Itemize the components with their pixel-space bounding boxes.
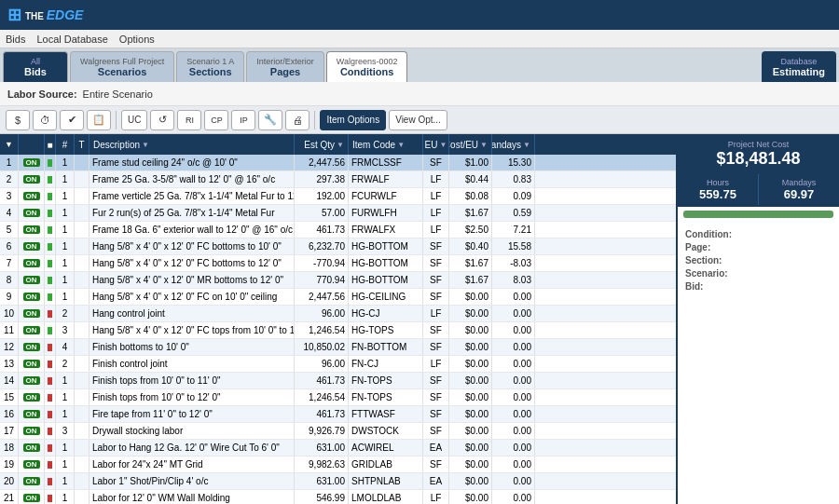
row-qty: 10,850.02 [295,339,349,355]
progress-bar [683,211,833,218]
row-status-indicator [45,255,56,271]
row-on-toggle[interactable]: ON [19,373,45,388]
row-on-toggle[interactable]: ON [19,339,45,355]
row-hash: 1 [56,389,75,405]
tab-scenarios[interactable]: Walgreens Full Project Scenarios [70,51,174,82]
menu-options[interactable]: Options [119,34,155,45]
table-row[interactable]: 4 ON 1 Fur 2 run(s) of 25 Ga. 7/8"x 1-1/… [0,205,676,222]
row-description: Hang 5/8" x 4' 0" x 12' 0" FC on 10' 0" … [89,289,295,305]
toolbar-print-btn[interactable]: 🖨 [285,110,309,130]
toolbar-refresh-btn[interactable]: ↺ [150,110,174,130]
row-on-toggle[interactable]: ON [19,306,45,321]
row-status-indicator [45,490,56,504]
table-row[interactable]: 7 ON 1 Hang 5/8" x 4' 0" x 12' 0" FC bot… [0,255,676,272]
tab-conditions[interactable]: Walgreens-0002 Conditions [326,51,408,82]
table-row[interactable]: 17 ON 3 Drywall stocking labor 9,926.79 … [0,423,676,440]
tab-sections[interactable]: Scenario 1 A Sections [176,51,244,82]
row-on-toggle[interactable]: ON [19,440,45,456]
row-on-toggle[interactable]: ON [19,356,45,372]
toolbar-check-btn[interactable]: ✔ [60,110,84,130]
table-row[interactable]: 12 ON 4 Finish bottoms to 10' 0" 10,850.… [0,339,676,356]
table-row[interactable]: 14 ON 1 Finish tops from 10' 0" to 11' 0… [0,373,676,389]
table-row[interactable]: 8 ON 1 Hang 5/8" x 4' 0" x 12' 0" MR bot… [0,272,676,289]
table-row[interactable]: 19 ON 1 Labor for 24"x 24" MT Grid 9,982… [0,456,676,473]
row-on-toggle[interactable]: ON [19,205,45,221]
toolbar-clipboard-btn[interactable]: 📋 [87,110,111,130]
tab-all-bids[interactable]: All Bids [3,51,68,82]
table-row[interactable]: 9 ON 1 Hang 5/8" x 4' 0" x 12' 0" FC on … [0,289,676,306]
tab-database[interactable]: Database Estimating [762,51,836,82]
table-row[interactable]: 13 ON 2 Finish control joint 96.00 FN-CJ… [0,356,676,373]
table-row[interactable]: 18 ON 1 Labor to Hang 12 Ga. 12' 0" Wire… [0,440,676,456]
toolbar-view-options-btn[interactable]: View Opt... [389,110,447,130]
row-cost: $0.00 [449,356,492,372]
table-row[interactable]: 10 ON 2 Hang control joint 96.00 HG-CJ L… [0,306,676,322]
toolbar-dollar-btn[interactable]: $ [6,110,30,130]
row-item-code: FN-CJ [349,356,423,372]
row-description: Labor for 12' 0" WM Wall Molding [89,490,295,504]
table-row[interactable]: 6 ON 1 Hang 5/8" x 4' 0" x 12' 0" FC bot… [0,238,676,255]
table-row[interactable]: 1 ON 1 Frame stud ceiling 24" o/c @ 10' … [0,155,676,171]
table-row[interactable]: 3 ON 1 Frame verticle 25 Ga. 7/8"x 1-1/4… [0,188,676,205]
row-on-toggle[interactable]: ON [19,155,45,170]
row-item-code: HG-BOTTOM [349,238,423,254]
row-qty: 96.00 [295,306,349,321]
row-on-toggle[interactable]: ON [19,255,45,271]
th-cost: Cost/EU ▼ [449,134,492,155]
row-on-toggle[interactable]: ON [19,423,45,439]
row-item-code: FRWALF [349,171,423,187]
table-row[interactable]: 11 ON 3 Hang 5/8" x 4' 0" x 12' 0" FC to… [0,322,676,339]
row-item-code: FRMCLSSF [349,155,423,170]
toolbar-uc-btn[interactable]: UC [121,110,147,130]
info-bid: Bid: [685,281,832,292]
row-item-code: GRIDLAB [349,456,423,472]
table-row[interactable]: 20 ON 1 Labor 1" Shot/Pin/Clip 4' o/c 63… [0,473,676,490]
row-on-toggle[interactable]: ON [19,406,45,422]
row-description: Frame verticle 25 Ga. 7/8"x 1-1/4" Metal… [89,188,295,204]
row-idx: 2 [0,171,19,187]
mandays-value: 69.97 [763,187,835,201]
row-on-toggle[interactable]: ON [19,389,45,405]
row-item-code: DWSTOCK [349,423,423,439]
row-mandays: 0.00 [492,440,535,456]
row-on-toggle[interactable]: ON [19,289,45,305]
row-type [75,473,89,489]
row-type [75,289,89,305]
row-status-indicator [45,473,56,489]
table-row[interactable]: 2 ON 1 Frame 25 Ga. 3-5/8" wall to 12' 0… [0,171,676,188]
row-mandays: 0.00 [492,356,535,372]
row-description: Labor to Hang 12 Ga. 12' 0" Wire Cut To … [89,440,295,456]
tab-sections-label: Sections [189,66,232,77]
row-qty: -770.94 [295,255,349,271]
menu-bids[interactable]: Bids [6,34,25,45]
table-row[interactable]: 21 ON 1 Labor for 12' 0" WM Wall Molding… [0,490,676,504]
table-row[interactable]: 16 ON 1 Fire tape from 11' 0" to 12' 0" … [0,406,676,423]
toolbar-clock-btn[interactable]: ⏱ [33,110,57,130]
toolbar-sep1 [116,111,117,129]
row-on-toggle[interactable]: ON [19,238,45,254]
toolbar-item-options-btn[interactable]: Item Options [320,110,386,130]
toolbar-ri-btn[interactable]: RI [177,110,201,130]
info-scenario: Scenario: [685,268,832,279]
row-on-toggle[interactable]: ON [19,456,45,472]
th-on [19,134,45,155]
row-cost: $0.00 [449,406,492,422]
row-cost: $0.00 [449,490,492,504]
row-on-toggle[interactable]: ON [19,490,45,504]
tab-pages[interactable]: Interior/Exterior Pages [246,51,324,82]
toolbar-wrench-btn[interactable]: 🔧 [258,110,282,130]
row-on-toggle[interactable]: ON [19,322,45,338]
menu-local-database[interactable]: Local Database [36,34,107,45]
row-on-toggle[interactable]: ON [19,222,45,238]
toolbar-ip-btn[interactable]: IP [231,110,255,130]
row-idx: 6 [0,238,19,254]
row-on-toggle[interactable]: ON [19,188,45,204]
toolbar-cp-btn[interactable]: CP [204,110,228,130]
row-mandays: 0.00 [492,423,535,439]
table-row[interactable]: 5 ON 1 Frame 18 Ga. 6" exterior wall to … [0,222,676,238]
row-on-toggle[interactable]: ON [19,473,45,489]
row-on-toggle[interactable]: ON [19,272,45,288]
table-row[interactable]: 15 ON 1 Finish tops from 10' 0" to 12' 0… [0,389,676,406]
row-item-code: HG-TOPS [349,322,423,338]
row-on-toggle[interactable]: ON [19,171,45,187]
